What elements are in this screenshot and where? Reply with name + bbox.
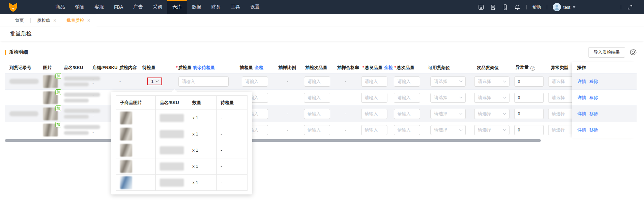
nav-item-设置[interactable]: 设置	[245, 0, 265, 14]
nav-item-财务[interactable]: 财务	[206, 0, 226, 14]
tab-批量质检[interactable]: 批量质检✕	[61, 14, 96, 27]
tab-质检单[interactable]: 质检单✕	[33, 14, 61, 27]
total-defect-qty-input[interactable]: 请输入	[394, 109, 420, 119]
sample-defect-qty-input[interactable]: 请输入	[304, 125, 330, 135]
user-menu[interactable]: test	[553, 3, 575, 11]
question-circle-icon[interactable]: ?	[530, 66, 535, 71]
popup-cell-pending: -	[217, 126, 248, 142]
chevron-down-icon	[573, 6, 575, 8]
header-label: 店铺/FNSKU	[92, 65, 117, 70]
title-bar: 批量质检	[0, 27, 644, 41]
table-cell: -	[274, 106, 301, 122]
column-header-总次品量: *总次品量	[390, 65, 424, 71]
action-link-详情[interactable]: 详情	[577, 95, 586, 101]
nav-item-FBA[interactable]: FBA	[109, 0, 128, 14]
popup-row-4: x 1-	[116, 158, 248, 175]
tab-首页[interactable]: 首页	[11, 14, 28, 27]
nav-item-工具[interactable]: 工具	[226, 0, 245, 14]
import-results-button[interactable]: 导入质检结果	[588, 47, 625, 58]
total-defect-qty-input[interactable]: 请输入	[394, 93, 420, 103]
abnormal-qty-input[interactable]: 0	[514, 93, 544, 103]
available-shelf-select[interactable]: 请选择	[430, 109, 466, 119]
nav-item-采购[interactable]: 采购	[148, 0, 167, 14]
popup-cell-pending: -	[217, 158, 248, 175]
scrollbar-thumb[interactable]	[5, 139, 541, 142]
operation-cell-row-4: 详情移除	[572, 122, 637, 138]
nav-item-销售[interactable]: 销售	[70, 0, 89, 14]
column-header-抽检次品量: 抽检次品量	[301, 65, 333, 71]
abnormal-qty-input[interactable]: 0	[514, 109, 544, 119]
action-link-详情[interactable]: 详情	[577, 79, 586, 85]
action-link-移除[interactable]: 移除	[590, 79, 598, 85]
table-cell: 请输入	[301, 106, 333, 122]
sub-product-image-redacted	[120, 112, 132, 124]
app-logo-icon[interactable]	[0, 0, 26, 14]
close-icon[interactable]: ✕	[53, 19, 56, 23]
section-title-text: 质检明细	[9, 49, 28, 55]
pending-qty-dropdown[interactable]: 1	[147, 78, 162, 85]
header-label: 可用货架位	[428, 65, 450, 70]
defect-shelf-select[interactable]: 请选择	[474, 93, 509, 103]
fox-logo-icon	[7, 2, 19, 12]
header-link-全检[interactable]: 全检	[255, 65, 263, 70]
total-good-qty-input[interactable]: 请输入	[361, 125, 387, 135]
table-cell	[5, 122, 39, 138]
table-cell: -	[274, 73, 301, 89]
column-settings-icon[interactable]	[630, 49, 637, 56]
sample-defect-qty-input[interactable]: 请输入	[304, 109, 330, 119]
abnormal-qty-input[interactable]: 0	[514, 76, 544, 87]
nav-item-客服[interactable]: 客服	[89, 0, 109, 14]
popup-column-header-品名/SKU: 品名/SKU	[156, 96, 188, 110]
mobile-icon[interactable]	[502, 4, 508, 10]
help-link[interactable]: 帮助	[532, 4, 541, 10]
table-cell: 请选择	[424, 106, 472, 122]
sample-defect-qty-input[interactable]: 请输入	[304, 76, 330, 87]
table-cell: 请选择	[424, 90, 472, 105]
horizontal-scrollbar	[5, 139, 637, 142]
header-link-剩余待检量[interactable]: 剩余待检量	[193, 65, 215, 70]
action-link-详情[interactable]: 详情	[577, 127, 586, 133]
defect-shelf-select[interactable]: 请选择	[474, 76, 509, 87]
popup-cell-name	[156, 158, 188, 175]
table-cell: -	[333, 122, 358, 138]
form-add-icon[interactable]	[490, 4, 496, 10]
total-good-qty-input[interactable]: 请输入	[361, 93, 387, 103]
close-icon[interactable]: ✕	[87, 19, 90, 23]
sub-product-name-redacted	[160, 114, 184, 122]
action-link-移除[interactable]: 移除	[590, 111, 598, 117]
popup-cell-pending: -	[217, 142, 248, 158]
sample-defect-qty-input[interactable]: 请输入	[304, 93, 330, 103]
select-placeholder: 请选择	[552, 127, 565, 133]
table-cell: 请输入	[301, 73, 333, 89]
nav-item-数据[interactable]: 数据	[187, 0, 206, 14]
table-header-row: 到货记录号图片品名/SKU店铺/FNSKU质检内容待检量*质检量剩余待检量抽检量…	[5, 62, 637, 73]
abnormal-qty-input[interactable]: 0	[514, 125, 544, 135]
header-label: 质检量	[178, 65, 191, 70]
select-placeholder: 请选择	[434, 95, 447, 101]
inspect-qty-input[interactable]: 请输入	[178, 76, 229, 87]
nav-item-仓库[interactable]: 仓库	[167, 0, 187, 14]
total-good-qty-input[interactable]: 请输入	[361, 109, 387, 119]
required-asterisk: *	[394, 65, 396, 70]
popup-cell-image	[116, 158, 156, 175]
available-shelf-select[interactable]: 请选择	[430, 76, 466, 87]
action-link-移除[interactable]: 移除	[590, 127, 598, 133]
sampling-qty-input[interactable]: 请输入	[242, 76, 268, 87]
table-cell	[60, 122, 88, 138]
total-defect-qty-input[interactable]: 请输入	[394, 76, 420, 87]
nav-item-商品[interactable]: 商品	[50, 0, 70, 14]
available-shelf-select[interactable]: 请选择	[430, 125, 466, 135]
bell-icon[interactable]	[514, 4, 521, 10]
download-icon[interactable]	[478, 4, 484, 10]
available-shelf-select[interactable]: 请选择	[430, 93, 466, 103]
nav-item-广告[interactable]: 广告	[128, 0, 148, 14]
combo-badge: 加	[55, 73, 61, 79]
defect-shelf-select[interactable]: 请选择	[474, 109, 509, 119]
total-defect-qty-input[interactable]: 请输入	[394, 125, 420, 135]
defect-shelf-select[interactable]: 请选择	[474, 125, 509, 135]
action-link-移除[interactable]: 移除	[590, 95, 598, 101]
total-good-qty-input[interactable]: 请输入	[361, 76, 387, 87]
header-label: 异常量	[516, 65, 529, 70]
fullscreen-icon[interactable]	[627, 4, 633, 10]
action-link-详情[interactable]: 详情	[577, 111, 586, 117]
